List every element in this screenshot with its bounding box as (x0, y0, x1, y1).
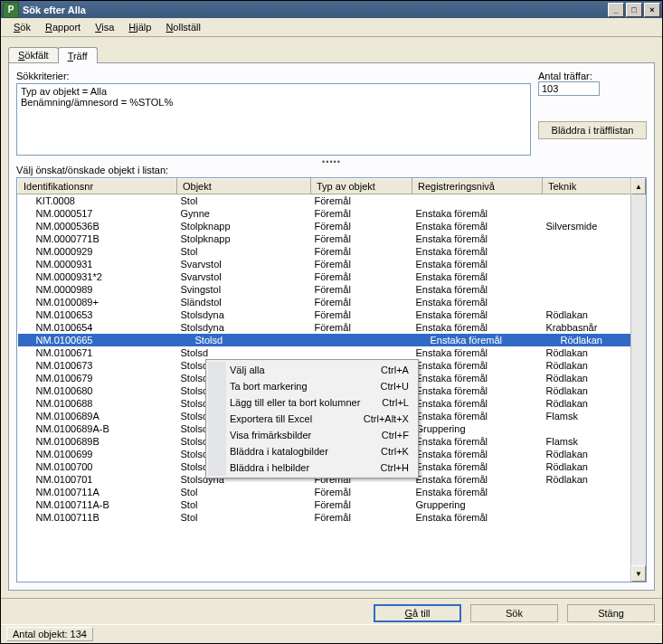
table-cell: Enstaka föremål (412, 435, 543, 448)
menu-hjalp[interactable]: Hjälp (121, 20, 158, 34)
table-row[interactable]: NM.0000536BStolpknappFöremålEnstaka före… (18, 220, 632, 232)
table-cell: Föremål (311, 207, 412, 220)
table-cell (543, 511, 632, 524)
table-row[interactable]: NM.0100654StolsdynaFöremålEnstaka föremå… (18, 321, 632, 334)
table-row[interactable]: NM.0000517GynneFöremålEnstaka föremål (18, 207, 632, 220)
table-cell: Rödlakan (543, 346, 632, 359)
gatill-button[interactable]: Gå till (374, 604, 461, 622)
browse-hits-button[interactable]: Bläddra i träfflistan (538, 121, 647, 139)
table-cell: Silversmide (543, 220, 632, 232)
col-objekt[interactable]: Objekt (177, 179, 311, 194)
menubar: Sök Rapport Visa Hjälp Nollställ (1, 18, 662, 37)
close-button[interactable]: × (644, 3, 660, 17)
table-cell: Rödlakan (543, 473, 632, 486)
tab-traff[interactable]: Träff (58, 47, 98, 63)
context-menu-item[interactable]: Visa frimärksbilderCtrl+F (208, 427, 416, 443)
table-cell: Enstaka föremål (412, 270, 543, 283)
table-cell: NM.0100679 (18, 372, 177, 384)
context-menu-item[interactable]: Ta bort markeringCtrl+U (208, 378, 416, 394)
table-row[interactable]: NM.0000931*2SvarvstolFöremålEnstaka före… (18, 270, 632, 283)
table-cell: NM.0100699 (18, 448, 177, 460)
table-cell: Enstaka föremål (412, 384, 543, 397)
table-cell: Rödlakan (543, 448, 632, 460)
table-cell: Föremål (311, 498, 412, 511)
table-row[interactable]: NM.0100711BStolFöremålEnstaka föremål (18, 511, 632, 524)
context-menu-item[interactable]: Exportera till ExcelCtrl+Alt+X (208, 411, 416, 427)
table-cell: Stolsdyna (177, 308, 311, 321)
table-row[interactable]: NM.0000989SvingstolFöremålEnstaka föremå… (18, 283, 632, 296)
context-menu-item[interactable]: Lägg till eller ta bort kolumnerCtrl+L (208, 394, 416, 411)
table-cell: Föremål (311, 194, 412, 208)
table-row[interactable]: KIT.0008StolFöremål (18, 194, 632, 208)
context-menu-item[interactable]: Välj allaCtrl+A (208, 362, 416, 378)
table-row[interactable]: NM.0100665StolsdEnstaka föremålRödlakan (18, 334, 632, 346)
scrollbar[interactable]: ▲ ▼ (630, 178, 646, 582)
table-row[interactable]: NM.0100711A-BStolFöremålGruppering (18, 498, 632, 511)
context-menu-item[interactable]: Bläddra i katalogbilderCtrl+K (208, 443, 416, 459)
splitter[interactable]: ••••• (16, 157, 647, 165)
table-row[interactable]: NM.0000929StolFöremålEnstaka föremål (18, 245, 632, 258)
hits-input[interactable] (538, 81, 600, 96)
menu-rapport[interactable]: Rapport (38, 20, 88, 34)
table-cell: Föremål (311, 245, 412, 258)
table-row[interactable]: NM.0100711AStolFöremålEnstaka föremål (18, 486, 632, 498)
table-cell (543, 245, 632, 258)
scroll-up-icon[interactable]: ▲ (631, 178, 646, 194)
hits-label: Antal träffar: (538, 71, 647, 81)
criteria-label: Sökkriterier: (16, 71, 531, 81)
context-menu-label: Ta bort markering (230, 381, 308, 392)
table-cell: Sländstol (177, 296, 311, 308)
table-cell: Stolpknapp (177, 232, 311, 245)
minimize-button[interactable]: _ (608, 3, 624, 17)
context-menu-shortcut: Ctrl+F (382, 430, 409, 440)
menu-sok[interactable]: Sök (6, 20, 38, 34)
table-cell: Föremål (311, 283, 412, 296)
maximize-button[interactable]: □ (626, 3, 642, 17)
scroll-down-icon[interactable]: ▼ (631, 565, 646, 582)
menu-nollstall[interactable]: Nollställ (158, 20, 208, 34)
col-teknik[interactable]: Teknik (543, 179, 632, 194)
list-label: Välj önskat/önskade objekt i listan: (16, 165, 647, 175)
table-row[interactable]: NM.0000931SvarvstolFöremålEnstaka föremå… (18, 258, 632, 270)
table-cell: KIT.0008 (18, 194, 177, 208)
table-cell (543, 232, 632, 245)
col-identifikationsnr[interactable]: Identifikationsnr (18, 179, 177, 194)
table-cell: Föremål (311, 486, 412, 498)
table-cell: Enstaka föremål (412, 232, 543, 245)
table-row[interactable]: NM.0000771BStolpknappFöremålEnstaka före… (18, 232, 632, 245)
bottom-buttons: Gå till Sök Stäng (1, 598, 662, 624)
context-menu-label: Exportera till Excel (230, 413, 312, 424)
table-cell: Enstaka föremål (412, 220, 543, 232)
table-cell (311, 346, 412, 359)
table-row[interactable]: NM.0100653StolsdynaFöremålEnstaka föremå… (18, 308, 632, 321)
criteria-textarea[interactable]: Typ av objekt = Alla Benämning/ämnesord … (16, 83, 531, 156)
context-menu-item[interactable]: Bläddra i helbilderCtrl+H (208, 459, 416, 476)
col-typ[interactable]: Typ av objekt (311, 179, 412, 194)
table-cell: Stolpknapp (177, 220, 311, 232)
table-cell: NM.0100673 (18, 359, 177, 372)
table-cell: Enstaka föremål (412, 473, 543, 486)
table-row[interactable]: NM.0100671StolsdEnstaka föremålRödlakan (18, 346, 632, 359)
tab-sokfalt[interactable]: Sökfält (8, 47, 59, 62)
table-cell (543, 498, 632, 511)
menu-visa[interactable]: Visa (88, 20, 121, 34)
table-row[interactable]: NM.0100089+SländstolFöremålEnstaka förem… (18, 296, 632, 308)
table-cell: Krabbasnår (543, 321, 632, 334)
table-cell (311, 334, 412, 346)
context-menu-shortcut: Ctrl+Alt+X (364, 413, 409, 424)
table-cell: Stolsd (177, 334, 311, 346)
col-registreringsniva[interactable]: Registreringsnivå (412, 179, 543, 194)
stang-button[interactable]: Stäng (567, 604, 655, 622)
table-cell: NM.0000989 (18, 283, 177, 296)
context-menu-label: Lägg till eller ta bort kolumner (230, 397, 360, 408)
sok-button[interactable]: Sök (470, 604, 558, 622)
table-cell: NM.0100700 (18, 460, 177, 473)
table-cell: Enstaka föremål (412, 308, 543, 321)
app-icon: P (3, 2, 19, 18)
table-cell: NM.0100711B (18, 511, 177, 524)
table-cell: NM.0100711A (18, 486, 177, 498)
context-menu-label: Visa frimärksbilder (230, 430, 311, 440)
table-cell: Föremål (311, 296, 412, 308)
table-cell: Flamsk (543, 410, 632, 422)
context-menu[interactable]: Välj allaCtrl+ATa bort markeringCtrl+ULä… (205, 359, 419, 478)
